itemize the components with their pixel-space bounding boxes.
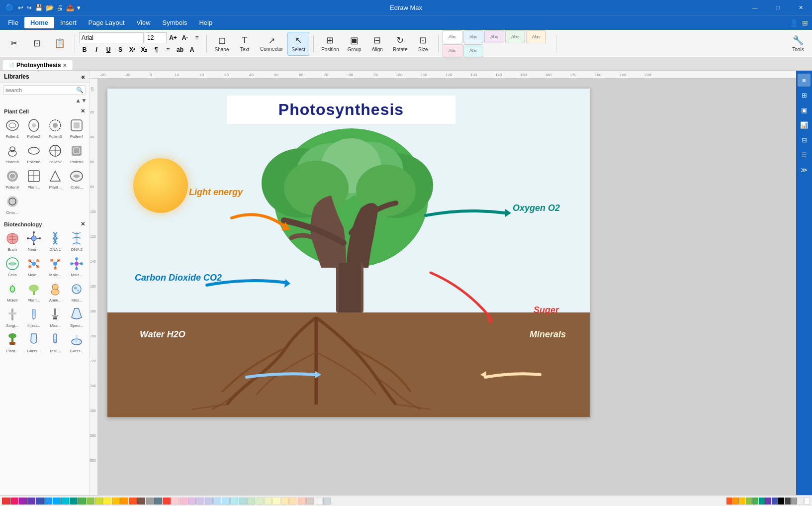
tools-button[interactable]: 🔧 Tools bbox=[787, 32, 809, 56]
color-swatch[interactable] bbox=[306, 498, 314, 505]
strikethrough-button[interactable]: S bbox=[115, 44, 126, 55]
bold-button[interactable]: B bbox=[79, 44, 90, 55]
search-icon[interactable]: 🔍 bbox=[76, 87, 84, 94]
library-scroll[interactable]: Plant Cell ✕ Pollen1 Pollen2 bbox=[0, 105, 89, 495]
list-item[interactable]: DNA 1 bbox=[45, 228, 66, 253]
color-swatch[interactable] bbox=[289, 498, 297, 505]
undo-icon[interactable]: ↩ bbox=[18, 4, 23, 11]
underline-button[interactable]: U bbox=[103, 44, 114, 55]
list-item[interactable]: DNA 2 bbox=[67, 228, 87, 253]
list-item[interactable]: Surgi... bbox=[2, 304, 22, 329]
list-item[interactable]: Glass... bbox=[23, 330, 44, 354]
font-color-button[interactable]: ab bbox=[175, 44, 185, 55]
font-size-input[interactable] bbox=[145, 32, 167, 43]
align-button2[interactable]: ⊟ Align bbox=[366, 32, 388, 56]
color-swatch[interactable] bbox=[163, 498, 171, 505]
canvas-viewport[interactable]: Photosynthesis Light energy Oxygen O2 Ca… bbox=[97, 79, 796, 495]
color-swatch[interactable] bbox=[10, 498, 18, 505]
list-item[interactable]: Mole... bbox=[67, 254, 87, 278]
list-item[interactable]: Glass... bbox=[67, 330, 87, 354]
color-swatch[interactable] bbox=[759, 498, 765, 505]
menu-view[interactable]: View bbox=[131, 17, 157, 28]
color-swatch[interactable] bbox=[256, 498, 264, 505]
list-item[interactable]: Pollen9 bbox=[2, 166, 22, 191]
minimize-button[interactable]: — bbox=[743, 0, 766, 15]
layout-panel-button[interactable]: ▣ bbox=[798, 103, 811, 116]
color-swatch[interactable] bbox=[746, 498, 752, 505]
collapse-panel-button[interactable]: ≫ bbox=[798, 163, 811, 176]
list-item[interactable]: Neur... bbox=[23, 228, 44, 253]
list-item[interactable]: Speci... bbox=[67, 304, 87, 329]
style-7[interactable]: Abc bbox=[463, 44, 483, 57]
color-swatch[interactable] bbox=[791, 498, 797, 505]
color-swatch[interactable] bbox=[323, 498, 331, 505]
list-panel-button[interactable]: ☰ bbox=[798, 148, 811, 161]
color-swatch[interactable] bbox=[171, 498, 179, 505]
color-swatch[interactable] bbox=[272, 498, 280, 505]
export-icon[interactable]: 📤 bbox=[66, 4, 74, 11]
grid-icon[interactable]: ⊞ bbox=[802, 19, 808, 27]
style-6[interactable]: Abc bbox=[443, 44, 462, 57]
color-swatch[interactable] bbox=[222, 498, 230, 505]
search-input[interactable] bbox=[5, 87, 76, 93]
list-item[interactable]: Pollen1 bbox=[2, 115, 22, 140]
list-item[interactable]: Mole... bbox=[45, 254, 66, 278]
color-swatch[interactable] bbox=[726, 498, 732, 505]
menu-file[interactable]: File bbox=[2, 17, 24, 28]
copy-button[interactable]: ⊡ bbox=[26, 32, 48, 56]
color-swatch[interactable] bbox=[315, 498, 323, 505]
table-panel-button[interactable]: ⊟ bbox=[798, 133, 811, 146]
style-4[interactable]: Abc bbox=[505, 30, 525, 43]
plant-cell-section-header[interactable]: Plant Cell ✕ bbox=[2, 107, 87, 115]
color-swatch[interactable] bbox=[765, 498, 771, 505]
list-item[interactable]: Micr... bbox=[67, 279, 87, 304]
list-item[interactable]: Plant... bbox=[23, 279, 44, 304]
nav-down-icon[interactable]: ▼ bbox=[81, 97, 87, 104]
color-swatch[interactable] bbox=[733, 498, 739, 505]
color-swatch[interactable] bbox=[804, 498, 810, 505]
list-item[interactable]: Cells bbox=[2, 254, 22, 278]
menu-insert[interactable]: Insert bbox=[54, 17, 83, 28]
color-swatch[interactable] bbox=[188, 498, 196, 505]
biotech-close-icon[interactable]: ✕ bbox=[81, 221, 85, 227]
color-swatch[interactable] bbox=[78, 498, 86, 505]
list-item[interactable]: Pollen8 bbox=[67, 141, 87, 165]
list-item[interactable]: Pollen4 bbox=[67, 115, 87, 140]
list-item[interactable]: Mole... bbox=[23, 254, 44, 278]
color-swatch[interactable] bbox=[61, 498, 69, 505]
color-swatch[interactable] bbox=[137, 498, 145, 505]
highlight-button[interactable]: A bbox=[186, 44, 197, 55]
paragraph-button[interactable]: ¶ bbox=[151, 44, 162, 55]
color-swatch[interactable] bbox=[230, 498, 238, 505]
menu-home[interactable]: Home bbox=[24, 17, 54, 28]
color-swatch[interactable] bbox=[247, 498, 255, 505]
list-item[interactable]: Mole8 bbox=[2, 279, 22, 304]
collapse-icon[interactable]: « bbox=[81, 73, 85, 81]
cut-button[interactable]: ✂ bbox=[3, 32, 25, 56]
list-item[interactable]: Test ... bbox=[45, 330, 66, 354]
close-button[interactable]: ✕ bbox=[789, 0, 812, 15]
list-item[interactable]: Inject... bbox=[23, 304, 44, 329]
maximize-button[interactable]: □ bbox=[766, 0, 789, 15]
color-swatch[interactable] bbox=[281, 498, 289, 505]
size-button[interactable]: ⊡ Size bbox=[412, 32, 434, 56]
color-swatch[interactable] bbox=[772, 498, 778, 505]
list-item[interactable]: Pollen3 bbox=[45, 115, 66, 140]
tab-close-button[interactable]: ✕ bbox=[63, 63, 67, 68]
list-item[interactable]: Colle... bbox=[67, 166, 87, 191]
list-item[interactable]: Pollen7 bbox=[45, 141, 66, 165]
canvas-page[interactable]: Photosynthesis Light energy Oxygen O2 Ca… bbox=[107, 89, 590, 417]
font-family-select[interactable] bbox=[79, 32, 144, 43]
color-swatch[interactable] bbox=[103, 498, 111, 505]
biotechnology-section-header[interactable]: Biotechnology ✕ bbox=[2, 220, 87, 228]
color-swatch[interactable] bbox=[44, 498, 52, 505]
color-swatch[interactable] bbox=[53, 498, 61, 505]
color-swatch[interactable] bbox=[180, 498, 187, 505]
color-swatch[interactable] bbox=[120, 498, 128, 505]
properties-panel-button[interactable]: ≡ bbox=[798, 74, 811, 87]
style-1[interactable]: Abc bbox=[443, 30, 462, 43]
nav-up-icon[interactable]: ▲ bbox=[75, 97, 81, 104]
color-swatch[interactable] bbox=[87, 498, 94, 505]
color-swatch[interactable] bbox=[112, 498, 120, 505]
color-swatch[interactable] bbox=[298, 498, 306, 505]
